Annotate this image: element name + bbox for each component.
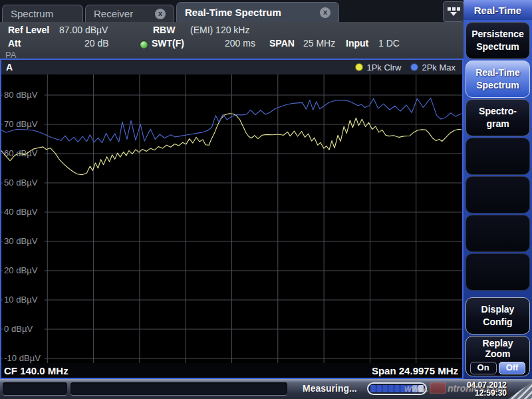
window-id: A <box>1 62 13 72</box>
swt-value[interactable]: 200 ms <box>225 38 255 49</box>
ref-level-value[interactable]: 87.00 dBµV <box>59 25 108 35</box>
softkey-label: Persistence <box>471 28 524 41</box>
trace-legend: 1Pk Clrw2Pk Max <box>355 63 462 72</box>
measurement-window: A 1Pk Clrw2Pk Max 80 dBµV70 dBµV60 dBµV5… <box>0 59 464 379</box>
close-icon[interactable]: x <box>320 7 331 18</box>
softkey-empty <box>466 176 530 213</box>
status-field-2 <box>70 382 287 396</box>
softkey-label: Replay <box>483 338 513 348</box>
spectrum-traces: 80 dBµV70 dBµV60 dBµV50 dBµV40 dBµV30 dB… <box>1 74 462 363</box>
svg-text:50 dBµV: 50 dBµV <box>4 178 38 188</box>
svg-text:80 dBµV: 80 dBµV <box>4 90 38 100</box>
att-value[interactable]: 20 dB <box>84 38 109 49</box>
trace-marker-icon <box>410 63 418 71</box>
datetime-display: 04.07.2012 12:59:30 <box>467 381 507 397</box>
measuring-status: Measuring... <box>303 383 357 394</box>
softkey-label: Display <box>481 303 515 316</box>
tab-receiver[interactable]: Receiverx <box>85 5 174 22</box>
span-label: SPAN <box>269 38 295 49</box>
tab-label: Spectrum <box>11 8 53 19</box>
softkey-label: Spectrum <box>476 41 519 53</box>
input-label: Input <box>346 38 368 49</box>
input-value[interactable]: 1 DC <box>378 38 400 49</box>
softkey-empty <box>466 215 530 252</box>
center-frequency-label: CF 140.0 MHz <box>1 365 68 376</box>
softkey-empty <box>466 138 530 175</box>
legend-item[interactable]: 2Pk Max <box>410 63 456 72</box>
att-label: Att <box>8 38 21 49</box>
span-value[interactable]: 25 MHz <box>303 38 335 49</box>
span-readout-label: Span 24.9975 MHz <box>372 365 462 376</box>
legend-item[interactable]: 1Pk Clrw <box>355 63 401 72</box>
softkey-replay-zoom[interactable]: ReplayZoomOnOff <box>466 336 530 376</box>
softkey-label: Real-Time <box>475 66 520 79</box>
softkey-label: gram <box>486 118 509 130</box>
tab-label: Receiver <box>94 8 133 19</box>
softkey-label: Zoom <box>485 348 510 359</box>
svg-text:70 dBµV: 70 dBµV <box>4 120 38 130</box>
softkey-real-time-spectrum[interactable]: Real-TimeSpectrum <box>466 61 530 98</box>
softkey-empty <box>466 253 530 291</box>
status-field-1 <box>3 382 67 396</box>
display-grid-icon <box>448 7 460 11</box>
rbw-value[interactable]: (EMI) 120 kHz <box>190 25 249 35</box>
softkey-persistence-spectrum[interactable]: PersistenceSpectrum <box>466 22 530 59</box>
svg-text:30 dBµV: 30 dBµV <box>4 237 38 247</box>
tab-bar: SpectrumReceiverxReal-Time Spectrumx <box>0 0 464 22</box>
softkey-label: Spectrum <box>476 79 519 92</box>
softkey-menu-title: Real-Time <box>464 0 532 20</box>
tab-label: Real-Time Spectrum <box>185 7 281 18</box>
status-bar: Measuring... <box>0 379 532 399</box>
replay-zoom-on-option[interactable]: On <box>470 362 497 374</box>
rbw-label: RBW <box>153 25 175 35</box>
time-label: 12:59:30 <box>467 389 507 397</box>
replay-zoom-off-option[interactable]: Off <box>499 362 526 374</box>
settings-panel: Ref Level 87.00 dBµV RBW (EMI) 120 kHz A… <box>0 22 464 59</box>
svg-text:40 dBµV: 40 dBµV <box>4 207 38 217</box>
softkey-sidebar: Real-Time PersistenceSpectrumReal-TimeSp… <box>464 0 532 379</box>
spectrum-plot[interactable]: 80 dBµV70 dBµV60 dBµV50 dBµV40 dBµV30 dB… <box>1 74 462 363</box>
chevron-down-icon <box>450 12 457 16</box>
svg-text:10 dBµV: 10 dBµV <box>4 295 38 305</box>
window-title-bar: A 1Pk Clrw2Pk Max <box>1 60 462 74</box>
tab-real-time-spectrum[interactable]: Real-Time Spectrumx <box>176 2 339 22</box>
svg-text:-10 dBµV: -10 dBµV <box>4 354 41 363</box>
legend-label: 2Pk Max <box>422 63 456 72</box>
softkey-display-config[interactable]: DisplayConfig <box>466 297 530 334</box>
frequency-bar: CF 140.0 MHz Span 24.9975 MHz <box>1 363 462 378</box>
svg-text:0 dBµV: 0 dBµV <box>4 325 33 334</box>
display-select-button[interactable] <box>443 1 464 22</box>
swt-label: SWT(F) <box>152 38 184 49</box>
ref-level-label: Ref Level <box>8 25 49 35</box>
close-icon[interactable]: x <box>155 9 166 19</box>
tab-spectrum[interactable]: Spectrum <box>2 5 83 22</box>
trace-marker-icon <box>355 63 363 71</box>
sweep-progress-bar <box>367 382 427 395</box>
sweep-status-led <box>140 41 148 49</box>
softkey-spectro-gram[interactable]: Spectro-gram <box>466 99 530 136</box>
softkey-label: Config <box>483 316 512 329</box>
legend-label: 1Pk Clrw <box>366 63 401 72</box>
svg-text:20 dBµV: 20 dBµV <box>4 266 38 276</box>
softkey-label: Spectro- <box>479 105 517 118</box>
